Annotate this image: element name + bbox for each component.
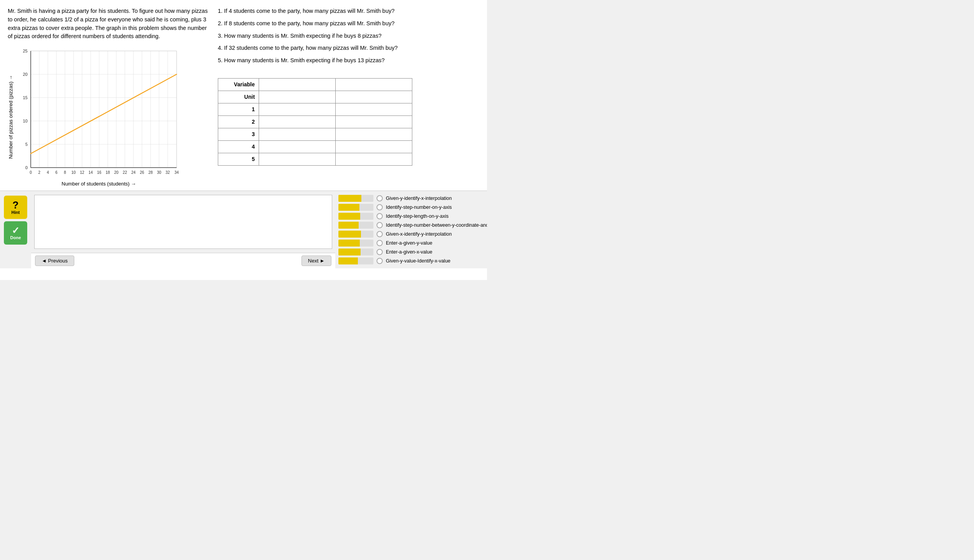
skill-row-7: Given-y-value-Identify-x-value	[338, 257, 484, 264]
row2-col2[interactable]	[336, 116, 412, 128]
table-row: 4	[218, 140, 412, 153]
next-label: Next ►	[308, 258, 325, 264]
skill-circle-7	[377, 258, 383, 264]
row4-col2[interactable]	[336, 140, 412, 153]
row4-label: 4	[218, 140, 259, 153]
skill-bar-bg-0	[338, 195, 373, 202]
skill-circle-4	[377, 231, 383, 237]
row4-col1[interactable]	[259, 140, 336, 153]
skill-bar-fill-0	[338, 195, 361, 202]
svg-text:30: 30	[157, 170, 161, 175]
svg-text:10: 10	[71, 170, 76, 175]
hint-label: Hint	[11, 210, 19, 215]
row2-col1[interactable]	[259, 116, 336, 128]
previous-button[interactable]: ◄ Previous	[35, 256, 74, 266]
svg-text:25: 25	[23, 49, 28, 53]
svg-text:0: 0	[30, 170, 32, 175]
svg-text:32: 32	[165, 170, 170, 175]
skill-label-5: Enter-a-given-y-value	[386, 240, 433, 246]
problem-text: Mr. Smith is having a pizza party for hi…	[8, 7, 210, 41]
skill-circle-6	[377, 249, 383, 255]
hint-icon: ?	[12, 200, 19, 210]
answer-input-area[interactable]	[34, 195, 332, 249]
svg-text:34: 34	[174, 170, 179, 175]
skill-bar-fill-3	[338, 222, 359, 229]
svg-text:12: 12	[80, 170, 84, 175]
skill-label-0: Given-y-identify-x-interpolation	[386, 196, 452, 201]
skills-panel: Given-y-identify-x-interpolation Identif…	[335, 191, 487, 268]
variable-col1[interactable]	[259, 78, 336, 91]
skill-circle-2	[377, 213, 383, 219]
row3-col1[interactable]	[259, 128, 336, 140]
row5-col2[interactable]	[336, 153, 412, 165]
skill-row-1: Identify-step-number-on-y-axis	[338, 204, 484, 211]
unit-col1[interactable]	[259, 91, 336, 103]
skill-circle-3	[377, 222, 383, 228]
table-row: 5	[218, 153, 412, 165]
next-button[interactable]: Next ►	[301, 256, 331, 266]
skill-label-2: Identify-step-length-on-y-axis	[386, 214, 448, 219]
chart-svg: 0 5 10 15 20 25 0 2 4 6 8	[15, 47, 182, 179]
done-icon: ✓	[12, 226, 19, 235]
skill-circle-1	[377, 204, 383, 210]
skill-bar-bg-7	[338, 257, 373, 264]
table-row: Unit	[218, 91, 412, 103]
table-row: Variable	[218, 78, 412, 91]
svg-text:8: 8	[64, 170, 66, 175]
questions-list: 1. If 4 students come to the party, how …	[218, 7, 479, 69]
skill-bar-fill-5	[338, 240, 360, 247]
row2-label: 2	[218, 116, 259, 128]
skill-label-3: Identify-step-number-between-y-coordinat…	[386, 222, 487, 228]
row1-col1[interactable]	[259, 103, 336, 116]
skill-bar-bg-2	[338, 213, 373, 220]
row1-col2[interactable]	[336, 103, 412, 116]
table-row: 1	[218, 103, 412, 116]
question-5: 5. How many students is Mr. Smith expect…	[218, 56, 479, 65]
skill-row-0: Given-y-identify-x-interpolation	[338, 195, 484, 202]
svg-text:26: 26	[140, 170, 144, 175]
skill-circle-0	[377, 195, 383, 201]
skill-row-5: Enter-a-given-y-value	[338, 240, 484, 247]
svg-text:20: 20	[23, 72, 28, 77]
skill-row-4: Given-x-identify-y-interpolation	[338, 231, 484, 238]
svg-text:2: 2	[38, 170, 40, 175]
table-section: Variable Unit 1	[218, 78, 479, 166]
skill-bar-bg-3	[338, 222, 373, 229]
unit-label: Unit	[218, 91, 259, 103]
row3-col2[interactable]	[336, 128, 412, 140]
skill-row-3: Identify-step-number-between-y-coordinat…	[338, 222, 484, 229]
svg-rect-0	[31, 51, 177, 168]
svg-text:15: 15	[23, 95, 28, 100]
svg-text:10: 10	[23, 119, 28, 123]
skill-bar-fill-6	[338, 248, 361, 256]
table-row: 3	[218, 128, 412, 140]
navigation-bar: ◄ Previous Next ►	[31, 253, 335, 268]
variable-label: Variable	[218, 78, 259, 91]
question-4: 4. If 32 students come to the party, how…	[218, 44, 479, 52]
skill-bar-fill-7	[338, 257, 358, 264]
skill-label-7: Given-y-value-Identify-x-value	[386, 258, 450, 264]
hint-button[interactable]: ? Hint	[4, 196, 27, 219]
skill-bar-bg-1	[338, 204, 373, 211]
row5-col1[interactable]	[259, 153, 336, 165]
svg-text:28: 28	[148, 170, 153, 175]
variable-col2[interactable]	[336, 78, 412, 91]
row5-label: 5	[218, 153, 259, 165]
skill-bar-bg-5	[338, 240, 373, 247]
skill-label-4: Given-x-identify-y-interpolation	[386, 231, 452, 237]
skill-row-2: Identify-step-length-on-y-axis	[338, 213, 484, 220]
svg-text:0: 0	[25, 165, 28, 170]
row3-label: 3	[218, 128, 259, 140]
svg-text:24: 24	[131, 170, 136, 175]
question-1: 1. If 4 students come to the party, how …	[218, 7, 479, 16]
skill-label-6: Enter-a-given-x-value	[386, 249, 433, 255]
done-label: Done	[10, 235, 21, 240]
skill-bar-fill-4	[338, 231, 361, 238]
unit-col2[interactable]	[336, 91, 412, 103]
done-button[interactable]: ✓ Done	[4, 221, 27, 245]
skill-bar-fill-1	[338, 204, 359, 211]
svg-text:18: 18	[105, 170, 110, 175]
x-axis-label: Number of students (students) →	[61, 181, 136, 187]
svg-text:22: 22	[123, 170, 127, 175]
svg-text:16: 16	[97, 170, 102, 175]
